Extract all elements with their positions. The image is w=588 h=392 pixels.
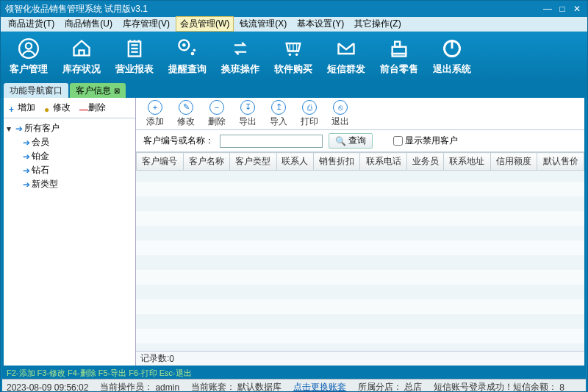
tree-node-label: 铂金 (32, 150, 49, 163)
bigbutton-shift-change[interactable]: 换班操作 (217, 38, 264, 76)
tab-customer-info[interactable]: 客户信息⊠ (70, 83, 126, 98)
bigbutton-label: 退出系统 (433, 63, 471, 76)
column-header-5[interactable]: 联系电话 (360, 153, 407, 171)
tabs-bar: 功能导航窗口客户信息⊠ (1, 82, 587, 98)
action-label: 打印 (301, 115, 318, 128)
menu-item-0[interactable]: 商品进货(T) (4, 16, 59, 32)
search-icon: 🔍 (335, 136, 346, 146)
work-area: +增加 ●修改 —删除 ▾ ➔ 所有客户 ➔会员➔铂金➔钻石➔新类型 +添加✎修… (2, 98, 586, 367)
tree-root[interactable]: ▾ ➔ 所有客户 (5, 121, 134, 135)
sidebar-add-label: 增加 (18, 101, 35, 114)
menu-item-5[interactable]: 基本设置(Y) (293, 16, 348, 32)
show-disabled-input[interactable] (393, 136, 403, 146)
title-bar: 领智化妆品销售管理系统 试用版v3.1 — □ ✕ (1, 1, 587, 17)
bigbutton-inventory-status[interactable]: 库存状况 (58, 38, 105, 76)
tree-node-1[interactable]: ➔铂金 (21, 149, 134, 163)
svg-point-8 (191, 52, 195, 56)
bigbutton-label: 营业报表 (115, 63, 154, 76)
tree-node-3[interactable]: ➔新类型 (21, 177, 134, 191)
action-label: 添加 (146, 115, 164, 128)
bigbutton-reminder-query[interactable]: 提醒查询 (164, 38, 211, 76)
column-header-2[interactable]: 客户类型 (230, 153, 277, 171)
tree-root-label: 所有客户 (24, 122, 60, 135)
mail-icon (335, 38, 357, 60)
svg-point-9 (193, 49, 196, 52)
data-grid[interactable]: 客户编号客户名称客户类型联系人销售折扣联系电话业务员联系地址信用额度默认售价 (136, 152, 584, 351)
menu-item-4[interactable]: 钱流管理(X) (235, 16, 291, 32)
column-header-4[interactable]: 销售折扣 (313, 153, 360, 171)
search-button[interactable]: 🔍 查询 (329, 133, 373, 149)
search-label: 客户编号或名称： (143, 135, 214, 147)
tab-nav-window[interactable]: 功能导航窗口 (4, 83, 68, 98)
action-label: 导出 (239, 115, 257, 128)
record-count-bar: 记录数: 0 (136, 351, 584, 366)
action-import-button[interactable]: ↥导入 (270, 100, 287, 128)
window-controls: — □ ✕ (542, 4, 583, 14)
status-account: 当前账套： 默认数据库 (191, 381, 282, 392)
bigbutton-exit-system[interactable]: 退出系统 (429, 38, 476, 76)
svg-rect-16 (395, 42, 400, 47)
sidebar-delete-button[interactable]: —删除 (77, 100, 108, 115)
action-label: 删除 (208, 115, 226, 128)
column-header-8[interactable]: 信用额度 (490, 153, 537, 171)
status-sms: 短信账号登录成功！短信余额： 8 (434, 381, 564, 392)
grid-header-row: 客户编号客户名称客户类型联系人销售折扣联系电话业务员联系地址信用额度默认售价 (137, 153, 584, 171)
column-header-6[interactable]: 业务员 (407, 153, 444, 171)
bigbutton-business-report[interactable]: 营业报表 (111, 38, 158, 76)
bigbutton-label: 客户管理 (10, 63, 48, 76)
status-datetime: 2023-08-09 09:56:02 (7, 382, 88, 393)
tree-node-label: 钻石 (32, 164, 49, 177)
action-delete-button[interactable]: −删除 (208, 100, 226, 128)
record-count-value: 0 (169, 354, 174, 364)
record-count-label: 记录数: (140, 352, 169, 365)
main-toolbar: 客户管理库存状况营业报表提醒查询换班操作软件购买短信群发前台零售退出系统 (1, 32, 587, 82)
menu-item-1[interactable]: 商品销售(U) (60, 16, 117, 32)
arrow-icon: ➔ (23, 165, 30, 176)
column-header-1[interactable]: 客户名称 (183, 153, 230, 171)
action-export-button[interactable]: ↧导出 (239, 100, 257, 128)
column-header-7[interactable]: 联系地址 (444, 153, 491, 171)
menu-bar: 商品进货(T)商品销售(U)库存管理(V)会员管理(W)钱流管理(X)基本设置(… (1, 17, 587, 32)
svg-point-13 (289, 53, 292, 56)
menu-item-2[interactable]: 库存管理(V) (118, 16, 174, 32)
bigbutton-customer-manage[interactable]: 客户管理 (5, 38, 52, 76)
status-branch: 所属分店： 总店 (358, 381, 422, 392)
switch-account-link[interactable]: 点击更换账套 (293, 381, 346, 392)
action-edit-button[interactable]: ✎修改 (177, 100, 195, 128)
column-header-9[interactable]: 默认售价 (537, 153, 584, 171)
main-panel: +添加✎修改−删除↧导出↥导入⎙打印⎋退出 客户编号或名称： 🔍 查询 显示禁用… (136, 98, 584, 366)
tree-node-0[interactable]: ➔会员 (21, 135, 134, 149)
export-icon: ↧ (240, 100, 255, 115)
bigbutton-sms-send[interactable]: 短信群发 (323, 38, 370, 76)
action-add-button[interactable]: +添加 (146, 100, 164, 128)
menu-item-6[interactable]: 其它操作(Z) (350, 16, 405, 32)
add-icon: + (148, 100, 162, 115)
action-print-button[interactable]: ⎙打印 (301, 100, 318, 128)
menu-item-3[interactable]: 会员管理(W) (176, 16, 234, 32)
sidebar-edit-label: 修改 (53, 101, 71, 114)
action-exit-button[interactable]: ⎋退出 (331, 100, 349, 128)
tab-close-icon[interactable]: ⊠ (114, 87, 120, 95)
column-header-3[interactable]: 联系人 (276, 153, 313, 171)
svg-point-1 (26, 43, 32, 49)
close-button[interactable]: ✕ (571, 4, 583, 14)
sidebar-add-button[interactable]: +增加 (7, 100, 37, 115)
category-tree: ▾ ➔ 所有客户 ➔会员➔铂金➔钻石➔新类型 (4, 118, 135, 366)
show-disabled-checkbox[interactable]: 显示禁用客户 (393, 135, 458, 147)
bigbutton-label: 提醒查询 (168, 63, 207, 76)
bigbutton-software-buy[interactable]: 软件购买 (270, 38, 317, 76)
tree-node-2[interactable]: ➔钻石 (21, 163, 134, 177)
cart-icon (282, 38, 304, 60)
bigbutton-front-retail[interactable]: 前台零售 (376, 38, 423, 76)
sidebar-delete-label: 删除 (88, 101, 106, 114)
tree-node-label: 新类型 (32, 178, 58, 190)
maximize-button[interactable]: □ (556, 4, 568, 14)
register-icon (388, 38, 410, 60)
minimize-button[interactable]: — (542, 4, 553, 14)
tree-expand-icon[interactable]: ▾ (7, 124, 14, 134)
column-header-0[interactable]: 客户编号 (137, 153, 184, 171)
search-input[interactable] (220, 135, 323, 148)
sidebar-edit-button[interactable]: ●修改 (42, 100, 73, 115)
alert-icon (176, 38, 198, 60)
print-icon: ⎙ (302, 100, 317, 115)
